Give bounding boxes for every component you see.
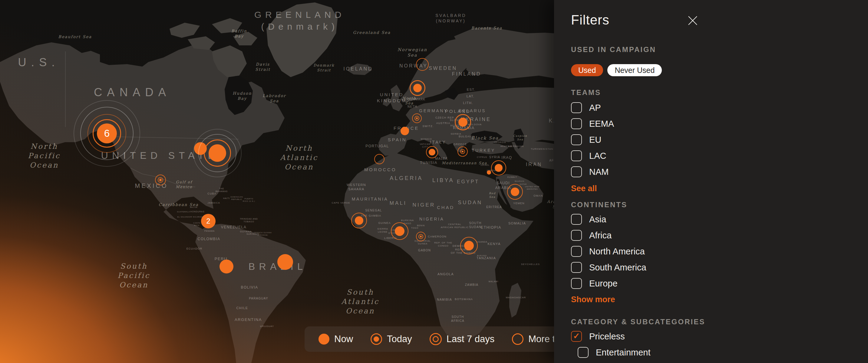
checkbox[interactable] bbox=[571, 278, 582, 289]
category-label: Entertainment bbox=[596, 348, 651, 358]
team-label: LAC bbox=[589, 151, 606, 161]
marker-core bbox=[277, 254, 293, 270]
marker-center-dot bbox=[420, 236, 422, 237]
marker-core bbox=[401, 127, 409, 135]
legend-label: Today bbox=[387, 334, 412, 344]
filters-panel-title: Filters bbox=[571, 0, 868, 27]
show-more-link[interactable]: Show more bbox=[571, 295, 615, 304]
checkbox[interactable] bbox=[571, 262, 582, 273]
continent-row-south-america[interactable]: South America bbox=[571, 262, 868, 273]
legend-item-last7: Last 7 days bbox=[430, 333, 495, 345]
marker-core bbox=[395, 226, 404, 236]
checkbox[interactable] bbox=[571, 230, 582, 241]
team-label: NAM bbox=[589, 167, 609, 177]
category-row-priceless[interactable]: Priceless bbox=[571, 331, 868, 342]
legend-more7-icon bbox=[512, 333, 524, 345]
marker-ring bbox=[374, 154, 384, 164]
see-all-link[interactable]: See all bbox=[571, 184, 597, 193]
team-label: AP bbox=[589, 103, 601, 113]
legend-today-icon bbox=[371, 333, 382, 345]
legend-last7-icon bbox=[430, 333, 442, 345]
legend-item-today: Today bbox=[371, 333, 412, 345]
marker-core bbox=[413, 84, 422, 92]
categories-checkbox-list: PricelessEntertainment bbox=[571, 331, 868, 363]
continents-checkbox-list: AsiaAfricaNorth AmericaSouth AmericaEuro… bbox=[571, 214, 868, 289]
campaign-pill-never-used[interactable]: Never Used bbox=[607, 64, 662, 76]
category-row-entertainment[interactable]: Entertainment bbox=[578, 347, 868, 358]
checkbox[interactable] bbox=[571, 150, 582, 161]
marker-count: 2 bbox=[206, 217, 210, 225]
filters-panel: Filters USED IN CAMPAIGN UsedNever Used … bbox=[554, 0, 868, 363]
checkbox[interactable] bbox=[571, 102, 582, 113]
marker-core bbox=[458, 118, 467, 127]
legend-label: Last 7 days bbox=[446, 334, 495, 344]
legend-now-icon bbox=[318, 334, 330, 344]
map-legend: NowTodayLast 7 daysMore than 7 days ago bbox=[305, 326, 564, 352]
marker-core bbox=[429, 149, 435, 156]
marker-center-dot bbox=[159, 179, 162, 181]
continent-row-asia[interactable]: Asia bbox=[571, 214, 868, 225]
team-row-eema[interactable]: EEMA bbox=[571, 118, 868, 129]
legend-label: Now bbox=[334, 334, 353, 344]
close-icon bbox=[687, 15, 698, 26]
section-heading-used-in-campaign: USED IN CAMPAIGN bbox=[571, 45, 868, 54]
continent-label: Africa bbox=[589, 231, 612, 240]
checkbox[interactable] bbox=[571, 214, 582, 225]
campaign-pill-used[interactable]: Used bbox=[571, 64, 603, 76]
checkbox[interactable] bbox=[571, 134, 582, 145]
category-label: Priceless bbox=[589, 332, 625, 341]
checkbox[interactable] bbox=[571, 118, 582, 129]
continent-label: North America bbox=[589, 246, 645, 257]
section-heading-teams: TEAMS bbox=[571, 88, 868, 97]
checkbox[interactable] bbox=[571, 166, 582, 177]
continent-label: Asia bbox=[589, 214, 606, 225]
app-window: U.S.CANADAUNITED STATESBRAZILGREENLAND (… bbox=[0, 0, 868, 363]
marker-ring bbox=[416, 58, 429, 71]
marker-core bbox=[355, 216, 363, 225]
marker-center-dot bbox=[416, 118, 418, 119]
marker-core bbox=[219, 260, 234, 273]
checkbox[interactable] bbox=[571, 246, 582, 257]
checked-checkbox[interactable] bbox=[571, 331, 582, 342]
team-row-lac[interactable]: LAC bbox=[571, 150, 868, 161]
continent-row-europe[interactable]: Europe bbox=[571, 278, 868, 289]
continent-row-africa[interactable]: Africa bbox=[571, 230, 868, 241]
continent-label: South America bbox=[589, 263, 646, 272]
marker-core bbox=[487, 170, 491, 174]
section-heading-category-subcategories: CATEGORY & SUBCATEGORIES bbox=[571, 318, 868, 326]
marker-core bbox=[464, 241, 474, 251]
marker-count: 6 bbox=[104, 128, 110, 139]
marker-core bbox=[511, 188, 519, 196]
continent-label: Europe bbox=[589, 278, 618, 289]
checkbox[interactable] bbox=[578, 347, 589, 358]
marker-center-dot bbox=[462, 151, 464, 153]
team-row-nam[interactable]: NAM bbox=[571, 166, 868, 177]
legend-item-now: Now bbox=[318, 334, 353, 344]
marker-core bbox=[209, 144, 226, 162]
campaign-pill-group: UsedNever Used bbox=[571, 64, 868, 76]
section-heading-continents: CONTINENTS bbox=[571, 201, 868, 209]
team-label: EU bbox=[589, 135, 601, 145]
team-label: EEMA bbox=[589, 119, 614, 129]
teams-checkbox-list: APEEMAEULACNAM bbox=[571, 102, 868, 177]
marker-core bbox=[495, 164, 503, 172]
continent-row-north-america[interactable]: North America bbox=[571, 246, 868, 257]
close-button[interactable] bbox=[687, 14, 699, 27]
team-row-ap[interactable]: AP bbox=[571, 102, 868, 113]
team-row-eu[interactable]: EU bbox=[571, 134, 868, 145]
